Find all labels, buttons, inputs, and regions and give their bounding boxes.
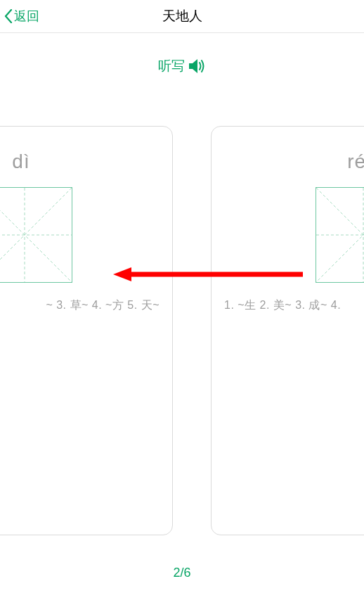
svg-marker-9 bbox=[113, 267, 131, 281]
swipe-left-arrow-icon bbox=[113, 267, 303, 281]
grid-guides-icon bbox=[0, 188, 72, 282]
pinyin-label: rén bbox=[212, 151, 364, 173]
character-grid bbox=[0, 187, 72, 283]
dictation-button[interactable]: 听写 bbox=[0, 57, 364, 75]
flashcard-left[interactable]: dì ~ 3. 草~ 4. ~方 5. 天~ bbox=[0, 126, 173, 535]
speaker-icon bbox=[188, 58, 206, 75]
svg-line-3 bbox=[0, 188, 72, 282]
pinyin-label: dì bbox=[0, 151, 172, 173]
back-button[interactable]: 返回 bbox=[0, 8, 39, 25]
grid-guides-icon bbox=[316, 188, 364, 282]
back-label: 返回 bbox=[14, 8, 39, 25]
page-indicator: 2/6 bbox=[0, 566, 364, 580]
header: 返回 天地人 bbox=[0, 0, 364, 33]
chevron-left-icon bbox=[4, 9, 13, 23]
example-words: 1. ~生 2. 美~ 3. 成~ 4. bbox=[212, 298, 364, 313]
cards-area[interactable]: dì ~ 3. 草~ 4. ~方 5. 天~ rén 1. ~生 2. 美~ 3… bbox=[0, 126, 364, 535]
svg-line-2 bbox=[0, 188, 72, 282]
page-title: 天地人 bbox=[162, 7, 202, 25]
flashcard-right[interactable]: rén 1. ~生 2. 美~ 3. 成~ 4. bbox=[211, 126, 364, 535]
dictation-label: 听写 bbox=[158, 57, 185, 75]
example-words: ~ 3. 草~ 4. ~方 5. 天~ bbox=[0, 298, 172, 313]
character-grid bbox=[316, 187, 364, 283]
